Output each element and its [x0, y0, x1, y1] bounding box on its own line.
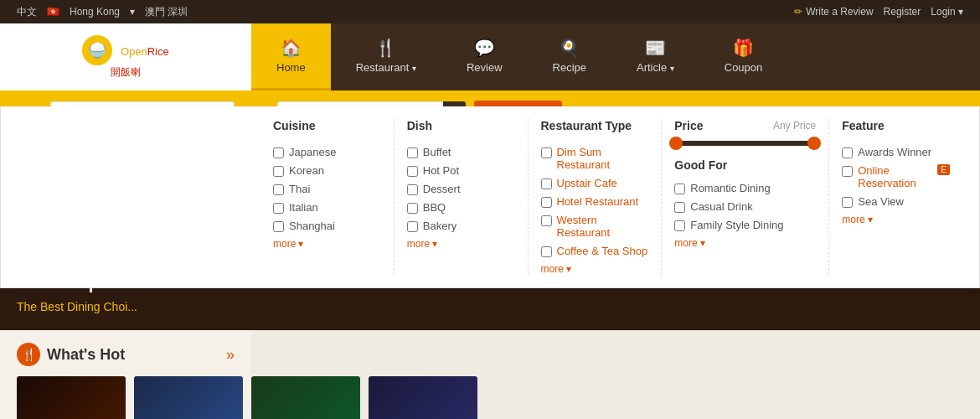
price-header: Price Any Price: [674, 119, 816, 132]
review-icon: 💬: [474, 38, 495, 58]
dish-col: Dish Buffet Hot Pot Dessert BBQ Bakery m…: [395, 119, 529, 275]
cuisine-col: Cuisine Japanese Korean Thai Italian Sha…: [260, 119, 395, 275]
lang-switch[interactable]: 中文: [17, 5, 37, 19]
hot-item-4[interactable]: [369, 376, 477, 419]
top-bar-right: ✏ Write a Review Register Login ▾: [794, 6, 963, 18]
goodfor-family[interactable]: Family Style Dining: [674, 219, 816, 231]
whats-hot-header: 🍴 What's Hot »: [17, 343, 235, 366]
type-coffee[interactable]: Coffee & Tea Shop: [541, 245, 649, 257]
hot-item-3[interactable]: [251, 376, 360, 419]
pencil-icon: ✏: [794, 6, 802, 18]
chevron-down-icon: ▾: [958, 6, 963, 18]
recipe-icon: 🍳: [559, 38, 580, 58]
type-hotel[interactable]: Hotel Restaurant: [541, 195, 649, 208]
region-selector[interactable]: Hong Kong: [70, 6, 120, 18]
nav-recipe[interactable]: 🍳 Recipe: [528, 23, 611, 91]
good-for-title: Good For: [674, 158, 816, 175]
feature-col: Feature Awards Winner Online Reservation…: [829, 119, 962, 275]
feature-awards[interactable]: Awards Winner: [842, 146, 950, 158]
top-bar: 中文 🇭🇰 Hong Kong ▾ 澳門 深圳 ✏ Write a Review…: [0, 0, 980, 23]
nav-items: 🏠 Home 🍴 Restaurant ▾ 💬 Review 🍳 Recipe …: [251, 23, 980, 91]
home-icon: 🏠: [281, 38, 302, 58]
whats-hot-more-arrow[interactable]: »: [226, 346, 235, 364]
cuisine-shanghai[interactable]: Shanghai: [273, 220, 381, 232]
restaurant-icon: 🍴: [375, 38, 396, 58]
goodfor-romantic[interactable]: Romantic Dining: [674, 182, 816, 194]
whats-hot-title: 🍴 What's Hot: [17, 343, 125, 366]
dish-dessert[interactable]: Dessert: [407, 183, 515, 195]
dish-buffet[interactable]: Buffet: [407, 146, 515, 158]
nav-coupon[interactable]: 🎁 Coupon: [699, 23, 788, 91]
hero-tagline: The Best Dining Choi...: [17, 300, 137, 313]
price-title: Price: [674, 119, 703, 132]
online-res-badge: E: [937, 164, 950, 175]
dish-title: Dish: [407, 119, 515, 137]
dish-bakery[interactable]: Bakery: [407, 220, 515, 232]
whats-hot-section: 🍴 What's Hot »: [0, 330, 251, 419]
goodfor-more[interactable]: more ▾: [674, 237, 816, 249]
price-slider-left-thumb[interactable]: [669, 137, 683, 150]
goodfor-casual[interactable]: Casual Drink: [674, 200, 816, 213]
cities-text: 澳門 深圳: [145, 5, 188, 19]
price-slider-track: [674, 141, 816, 146]
cuisine-title: Cuisine: [273, 119, 381, 137]
dish-more[interactable]: more ▾: [407, 238, 515, 250]
top-bar-left: 中文 🇭🇰 Hong Kong ▾ 澳門 深圳: [17, 5, 188, 19]
cuisine-italian[interactable]: Italian: [273, 201, 381, 214]
dish-bbq[interactable]: BBQ: [407, 201, 515, 214]
type-more[interactable]: more ▾: [541, 263, 649, 275]
hot-items-list: [17, 376, 235, 419]
price-col: Price Any Price Good For Romantic Dining…: [662, 119, 829, 275]
any-price-label: Any Price: [773, 120, 816, 132]
hot-item-2[interactable]: [134, 376, 243, 419]
flag-icon: 🇭🇰: [47, 6, 59, 18]
good-for-section: Good For Romantic Dining Casual Drink Fa…: [674, 158, 816, 249]
flame-icon: 🍴: [17, 343, 40, 366]
price-slider-right-thumb[interactable]: [807, 137, 821, 150]
type-western[interactable]: Western Restaurant: [541, 214, 649, 239]
nav-home[interactable]: 🏠 Home: [251, 23, 331, 91]
register-link[interactable]: Register: [884, 6, 921, 18]
login-link[interactable]: Login ▾: [931, 6, 963, 18]
dropdown-panel: Cuisine Japanese Korean Thai Italian Sha…: [0, 106, 980, 288]
dish-hotpot[interactable]: Hot Pot: [407, 164, 515, 177]
article-icon: 📰: [645, 38, 666, 58]
write-review-link[interactable]: ✏ Write a Review: [794, 6, 873, 18]
nav-restaurant[interactable]: 🍴 Restaurant ▾: [331, 23, 441, 91]
coupon-icon: 🎁: [733, 38, 754, 58]
hot-item-1[interactable]: [17, 376, 126, 419]
type-upstair[interactable]: Upstair Cafe: [541, 177, 649, 189]
cuisine-more[interactable]: more ▾: [273, 238, 381, 250]
logo-area: 🍚 OpenRice 開飯喇: [0, 23, 251, 91]
cuisine-thai[interactable]: Thai: [273, 183, 381, 195]
logo-icon: 🍚: [82, 35, 112, 65]
feature-title: Feature: [842, 119, 950, 137]
restaurant-type-col: Restaurant Type Dim Sum Restaurant Upsta…: [529, 119, 663, 275]
nav-article[interactable]: 📰 Article ▾: [611, 23, 699, 91]
type-dimsum[interactable]: Dim Sum Restaurant: [541, 146, 649, 171]
nav-review[interactable]: 💬 Review: [441, 23, 528, 91]
feature-more[interactable]: more ▾: [842, 214, 950, 225]
chevron-down-icon: ▾: [130, 6, 135, 18]
cuisine-korean[interactable]: Korean: [273, 164, 381, 177]
logo[interactable]: 🍚 OpenRice 開飯喇: [82, 35, 168, 80]
nav-bar: 🍚 OpenRice 開飯喇 🏠 Home 🍴 Restaurant ▾ 💬 R…: [0, 23, 980, 91]
cuisine-japanese[interactable]: Japanese: [273, 146, 381, 158]
feature-sea-view[interactable]: Sea View: [842, 195, 950, 208]
restaurant-type-title: Restaurant Type: [541, 119, 649, 137]
feature-online-res[interactable]: Online Reservation E: [842, 164, 950, 189]
